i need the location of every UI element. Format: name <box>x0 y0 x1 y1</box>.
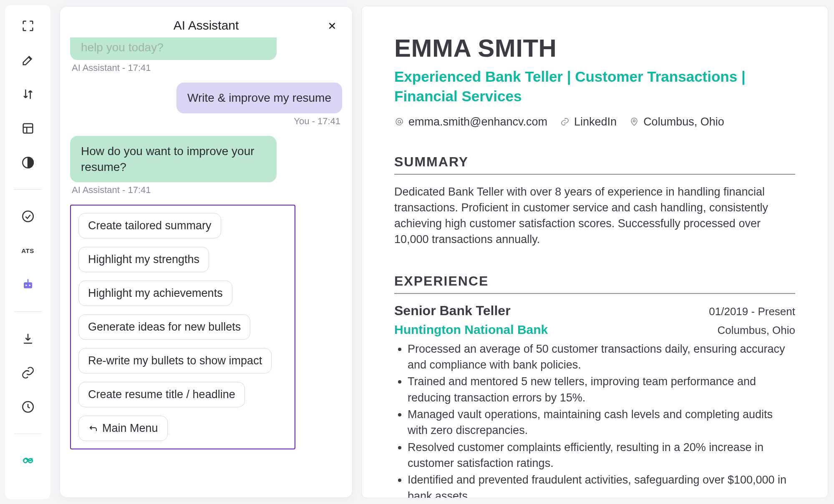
job-bullet: Processed an average of 50 customer tran… <box>408 341 795 373</box>
job-bullet: Trained and mentored 5 new tellers, impr… <box>408 374 795 406</box>
link-icon <box>560 117 570 127</box>
ats-icon[interactable]: ATS <box>19 241 37 260</box>
at-icon <box>394 117 404 127</box>
toolbar-divider-3 <box>14 434 41 434</box>
main-menu-label: Main Menu <box>102 422 158 435</box>
edit-icon[interactable] <box>19 51 37 69</box>
svg-point-5 <box>27 279 28 281</box>
summary-text: Dedicated Bank Teller with over 8 years … <box>394 184 795 248</box>
option-generate-bullets[interactable]: Generate ideas for new bullets <box>78 314 250 340</box>
svg-point-8 <box>633 120 635 122</box>
location-value: Columbus, Ohio <box>643 115 724 128</box>
contact-row: emma.smith@enhancv.com LinkedIn Columbus… <box>394 115 795 128</box>
contact-location: Columbus, Ohio <box>629 115 724 128</box>
link-icon[interactable] <box>19 364 37 382</box>
resume-name: EMMA SMITH <box>394 34 795 63</box>
svg-point-1 <box>23 211 33 222</box>
job-bullet: Identified and prevented fraudulent acti… <box>408 472 795 498</box>
chat-body: help you today? AI Assistant - 17:41 Wri… <box>60 38 352 497</box>
resume-preview: EMMA SMITH Experienced Bank Teller | Cus… <box>361 6 828 498</box>
option-highlight-strengths[interactable]: Highlight my strengths <box>78 247 209 272</box>
svg-rect-0 <box>23 124 33 133</box>
chat-title: AI Assistant <box>174 18 239 33</box>
contrast-icon[interactable] <box>19 153 37 172</box>
option-rewrite-bullets[interactable]: Re-write my bullets to show impact <box>78 348 272 374</box>
back-arrow-icon <box>88 424 98 434</box>
chat-header: AI Assistant <box>60 7 352 38</box>
option-tailored-summary[interactable]: Create tailored summary <box>78 213 221 238</box>
user-meta: You - 17:41 <box>294 116 340 127</box>
experience-divider <box>394 293 795 294</box>
experience-heading: EXPERIENCE <box>394 273 795 289</box>
assistant-bubble-cut: help you today? <box>70 38 277 60</box>
toolbar-divider-2 <box>14 311 41 312</box>
location-icon <box>629 117 639 127</box>
history-icon[interactable] <box>19 398 37 416</box>
option-create-headline[interactable]: Create resume title / headline <box>78 382 245 407</box>
main-menu-button[interactable]: Main Menu <box>78 416 168 441</box>
email-value: emma.smith@enhancv.com <box>408 115 547 128</box>
summary-divider <box>394 174 795 175</box>
ai-assistant-panel: AI Assistant help you today? AI Assistan… <box>60 7 352 497</box>
contact-email: emma.smith@enhancv.com <box>394 115 547 128</box>
summary-heading: SUMMARY <box>394 154 795 170</box>
user-bubble: Write & improve my resume <box>176 83 342 113</box>
toolbar-divider <box>14 189 41 190</box>
job-role: Senior Bank Teller <box>394 303 511 318</box>
svg-point-4 <box>29 285 30 286</box>
download-icon[interactable] <box>19 329 37 348</box>
robot-icon[interactable] <box>19 276 37 294</box>
layout-icon[interactable] <box>19 119 37 138</box>
assistant-bubble: How do you want to improve your resume? <box>70 136 277 183</box>
assistant-meta-0: AI Assistant - 17:41 <box>72 63 340 73</box>
side-toolbar: ATS <box>5 5 51 499</box>
svg-point-3 <box>25 285 27 286</box>
infinity-icon[interactable] <box>19 451 37 470</box>
linkedin-value: LinkedIn <box>574 115 617 128</box>
expand-icon[interactable] <box>19 17 37 35</box>
close-button[interactable] <box>325 18 340 33</box>
check-icon[interactable] <box>19 207 37 226</box>
suggestion-options: Create tailored summary Highlight my str… <box>70 205 295 449</box>
contact-linkedin[interactable]: LinkedIn <box>560 115 617 128</box>
sort-icon[interactable] <box>19 85 37 103</box>
resume-headline: Experienced Bank Teller | Customer Trans… <box>394 67 795 106</box>
job-bullets: Processed an average of 50 customer tran… <box>394 341 795 498</box>
svg-rect-2 <box>24 282 32 288</box>
option-highlight-achievements[interactable]: Highlight my achievements <box>78 281 232 306</box>
job-location: Columbus, Ohio <box>718 324 795 337</box>
job-company: Huntington National Bank <box>394 323 548 337</box>
job-bullet: Managed vault operations, maintaining ca… <box>408 406 795 439</box>
job-bullet: Resolved customer complaints efficiently… <box>408 439 795 471</box>
job-dates: 01/2019 - Present <box>709 305 795 318</box>
assistant-meta-1: AI Assistant - 17:41 <box>72 185 340 196</box>
svg-point-7 <box>398 120 401 123</box>
